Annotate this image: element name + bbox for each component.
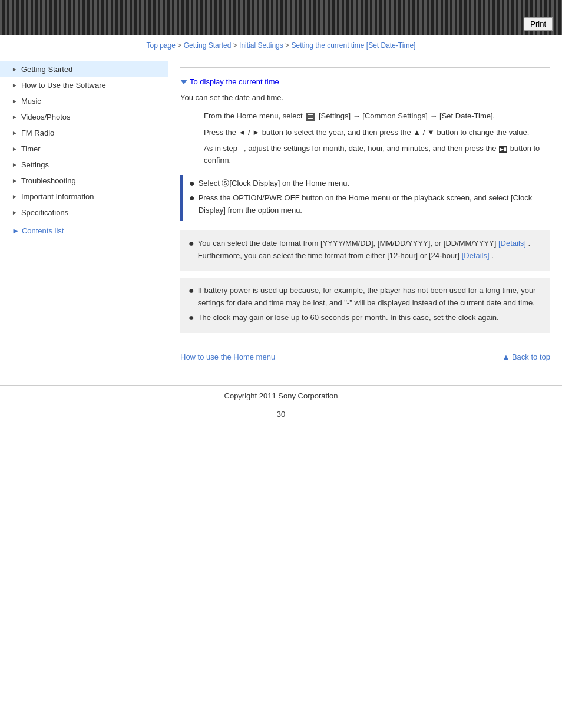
details-link-1[interactable]: [Details] [498, 239, 526, 248]
arrow-icon: ► [12, 193, 18, 200]
breadcrumb-top-page[interactable]: Top page [147, 41, 176, 50]
content-area: To display the current time You can set … [168, 55, 562, 373]
arrow-icon: ► [12, 114, 18, 120]
blue-bar-section: ● Select ⓢ[Clock Display] on the Home me… [180, 175, 550, 221]
back-to-top-link[interactable]: Back to top [502, 353, 550, 361]
top-divider [180, 67, 550, 68]
arrow-icon: ► [12, 98, 18, 104]
bullet-dot: ● [189, 238, 194, 250]
contents-list-link[interactable]: ► Contents list [0, 220, 168, 241]
arrow-icon: ► [12, 209, 18, 216]
note-box: ● You can select the date format from [Y… [180, 230, 550, 271]
list-item: ● The clock may gain or lose up to 60 se… [189, 312, 542, 324]
arrow-right-icon: ► [12, 226, 19, 235]
copyright: Copyright 2011 Sony Corporation [224, 391, 338, 400]
main-layout: ► Getting Started ► How to Use the Softw… [0, 55, 562, 385]
play-pause-icon: ▶▮ [499, 146, 507, 153]
footer: Copyright 2011 Sony Corporation [0, 385, 562, 404]
sidebar-item-getting-started[interactable]: ► Getting Started [0, 61, 168, 77]
section-title: To display the current time [180, 77, 550, 86]
arrow-icon: ► [12, 177, 18, 184]
sidebar-item-how-to-use[interactable]: ► How to Use the Software [0, 77, 168, 93]
step-1: From the Home menu, select ☰ [Settings] … [204, 110, 550, 122]
bottom-links: How to use the Home menu Back to top [180, 345, 550, 361]
settings-icon: ☰ [306, 113, 315, 121]
breadcrumb: Top page > Getting Started > Initial Set… [0, 35, 562, 55]
list-item: ● You can select the date format from [Y… [189, 238, 542, 262]
sidebar-item-specifications[interactable]: ► Specifications [0, 205, 168, 220]
arrow-icon: ► [12, 130, 18, 136]
print-button[interactable]: Print [524, 17, 553, 31]
page-number: 30 [0, 404, 562, 424]
breadcrumb-getting-started[interactable]: Getting Started [184, 41, 232, 50]
list-item: ● If battery power is used up because, f… [189, 285, 542, 309]
step-2: Press the ◄ / ► button to select the yea… [204, 127, 550, 139]
sidebar-item-troubleshooting[interactable]: ► Troubleshooting [0, 173, 168, 189]
list-item: ● Press the OPTION/PWR OFF button on the… [189, 192, 544, 217]
breadcrumb-current-page[interactable]: Setting the current time [Set Date-Time] [291, 41, 415, 50]
arrow-icon: ► [12, 146, 18, 152]
sidebar-item-important-info[interactable]: ► Important Information [0, 189, 168, 205]
bullet-dot: ● [189, 312, 194, 324]
step-3: As in step , adjust the settings for mon… [204, 143, 550, 166]
header-stripe: Print [0, 0, 562, 35]
bullet-dot: ● [189, 177, 195, 190]
details-link-2[interactable]: [Details] [462, 251, 490, 260]
sidebar-item-settings[interactable]: ► Settings [0, 157, 168, 173]
warning-box: ● If battery power is used up because, f… [180, 278, 550, 333]
blue-bar-content: ● Select ⓢ[Clock Display] on the Home me… [183, 175, 550, 221]
sidebar-item-timer[interactable]: ► Timer [0, 141, 168, 157]
list-item: ● Select ⓢ[Clock Display] on the Home me… [189, 177, 544, 190]
how-to-use-home-menu-link[interactable]: How to use the Home menu [180, 353, 275, 361]
triangle-down-icon [180, 80, 187, 84]
bullet-dot: ● [189, 285, 194, 297]
arrow-icon: ► [12, 162, 18, 168]
sidebar-item-music[interactable]: ► Music [0, 93, 168, 109]
breadcrumb-initial-settings[interactable]: Initial Settings [239, 41, 283, 50]
section-title-link[interactable]: To display the current time [190, 77, 279, 86]
sidebar-item-fm-radio[interactable]: ► FM Radio [0, 125, 168, 141]
intro-text: You can set the date and time. [180, 93, 550, 102]
arrow-icon: ► [12, 82, 18, 88]
arrow-icon: ► [12, 66, 18, 73]
sidebar-item-videos-photos[interactable]: ► Videos/Photos [0, 109, 168, 125]
sidebar: ► Getting Started ► How to Use the Softw… [0, 55, 168, 373]
bullet-dot: ● [189, 192, 195, 205]
